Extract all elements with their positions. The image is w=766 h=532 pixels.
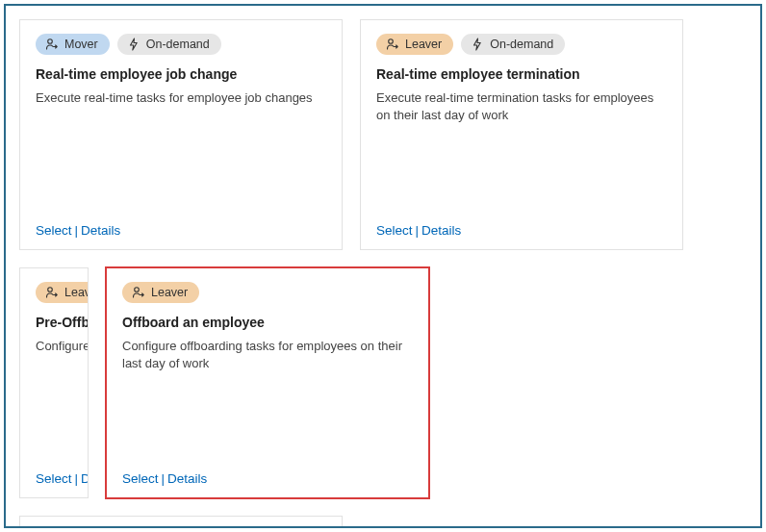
workflow-card: LeaverPost-Offboarding of an employeeCon…: [19, 516, 343, 528]
badge-row: Leaver: [36, 282, 72, 303]
badge-label: Leaver: [64, 287, 89, 299]
badge-ondemand: On-demand: [117, 34, 221, 55]
card-title: Real-time employee job change: [36, 66, 326, 82]
card-title: Real-time employee termination: [376, 66, 667, 82]
person-arrow-icon: [386, 38, 399, 51]
details-link[interactable]: Details: [421, 223, 461, 238]
badge-label: Leaver: [151, 287, 188, 299]
badge-row: Leaver: [122, 282, 413, 303]
badge-leaver: Leaver: [36, 282, 89, 303]
badge-label: Mover: [64, 38, 98, 51]
action-separator: |: [75, 471, 79, 486]
badge-label: Leaver: [405, 38, 442, 51]
workflow-card: MoverOn-demandReal-time employee job cha…: [19, 19, 343, 250]
card-grid: MoverOn-demandReal-time employee job cha…: [19, 19, 760, 528]
card-actions: Select|Details: [376, 223, 667, 238]
badge-leaver: Leaver: [122, 282, 199, 303]
card-actions: Select|Details: [36, 471, 72, 486]
person-arrow-icon: [45, 286, 59, 299]
card-title: Pre-Offboarding of an employee: [36, 315, 72, 330]
badge-mover: Mover: [36, 34, 110, 55]
action-separator: |: [162, 471, 166, 486]
workflow-card: LeaverPre-Offboarding of an employeeConf…: [19, 267, 89, 498]
card-title: Offboard an employee: [122, 315, 413, 330]
person-arrow-icon: [132, 286, 145, 299]
select-link[interactable]: Select: [36, 471, 72, 486]
details-link[interactable]: Details: [81, 471, 89, 486]
card-description: Configure pre-offboarding tasks for empl…: [36, 338, 72, 355]
select-link[interactable]: Select: [36, 223, 72, 238]
action-separator: |: [416, 223, 420, 238]
action-separator: |: [75, 223, 79, 238]
badge-leaver: Leaver: [376, 34, 453, 55]
person-arrow-icon: [45, 38, 59, 51]
select-link[interactable]: Select: [376, 223, 413, 238]
bolt-icon: [471, 38, 484, 51]
badge-row: LeaverOn-demand: [376, 34, 667, 55]
badge-label: On-demand: [146, 38, 210, 51]
template-gallery: MoverOn-demandReal-time employee job cha…: [4, 4, 762, 528]
details-link[interactable]: Details: [167, 471, 207, 486]
workflow-card: LeaverOn-demandReal-time employee termin…: [360, 19, 683, 250]
card-actions: Select|Details: [36, 223, 326, 238]
details-link[interactable]: Details: [81, 223, 120, 238]
card-actions: Select|Details: [122, 471, 413, 486]
badge-row: MoverOn-demand: [36, 34, 326, 55]
card-description: Execute real-time termination tasks for …: [376, 89, 667, 123]
badge-label: On-demand: [490, 38, 553, 51]
badge-ondemand: On-demand: [461, 34, 565, 55]
select-link[interactable]: Select: [122, 471, 159, 486]
card-description: Configure offboarding tasks for employee…: [122, 338, 413, 371]
workflow-card: LeaverOffboard an employeeConfigure offb…: [106, 267, 429, 498]
card-description: Execute real-time tasks for employee job…: [36, 89, 326, 107]
bolt-icon: [127, 38, 140, 51]
